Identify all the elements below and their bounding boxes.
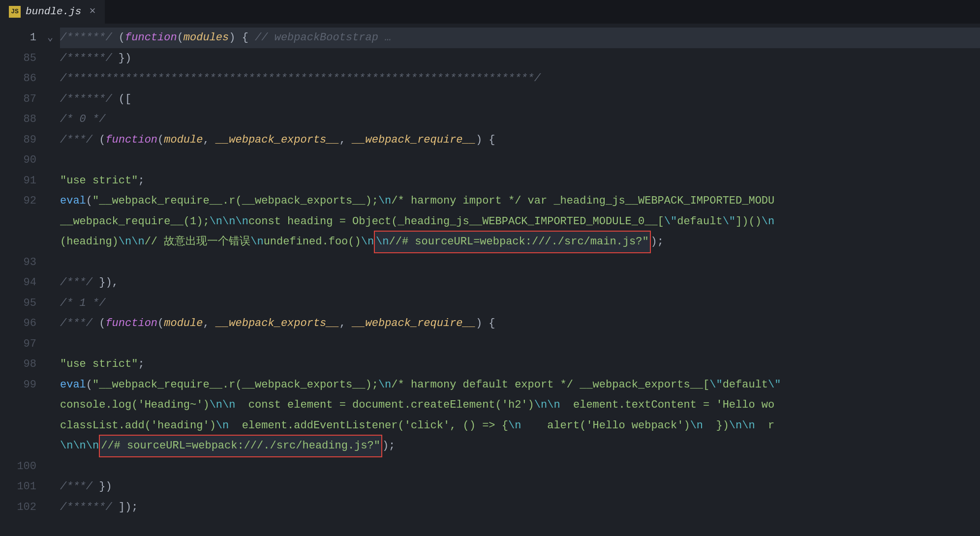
code-token: /***/ [60, 276, 92, 289]
line-number: 85 [0, 48, 47, 69]
code-area[interactable]: 1858687888990919293949596979899100101102… [0, 24, 980, 536]
code-token: module [164, 317, 203, 329]
code-line[interactable]: /******/ ([ [60, 89, 980, 110]
code-token: __webpack_require__ [352, 317, 476, 329]
fold-cell [47, 375, 60, 395]
code-token: default [677, 215, 722, 228]
code-line[interactable]: /******/ (function(modules) { // webpack… [60, 28, 980, 48]
line-number: 102 [0, 497, 47, 518]
fold-cell [47, 109, 60, 130]
code-token: ( [92, 134, 105, 146]
code-token: ( [157, 317, 164, 329]
code-token: element.textContent = 'Hello wo [560, 399, 775, 411]
code-token: "__webpack_require__.r(__webpack_exports… [92, 379, 378, 391]
line-number: 95 [0, 293, 47, 314]
code-token: ); [651, 236, 664, 248]
code-line[interactable]: /******/ ]); [60, 497, 980, 518]
code-line[interactable]: classList.add('heading')\n element.addEv… [60, 416, 980, 436]
code-line[interactable]: "use strict"; [60, 354, 980, 375]
fold-cell [47, 68, 60, 89]
code-token: "__webpack_require__.r(__webpack_exports… [92, 195, 378, 207]
code-token: \n [376, 236, 389, 248]
code-line[interactable]: eval("__webpack_require__.r(__webpack_ex… [60, 191, 980, 211]
code-token: ( [157, 134, 164, 146]
code-line[interactable]: (heading)\n\n// 故意出现一个错误\nundefined.foo(… [60, 232, 980, 252]
line-number: 91 [0, 171, 47, 191]
code-token: /* 1 */ [60, 297, 105, 309]
code-line[interactable]: /***/ }), [60, 272, 980, 293]
code-token: /* harmony import */ var _heading_js__WE… [391, 195, 774, 207]
code-token: , [339, 134, 352, 146]
code-line[interactable]: \n\n\n//# sourceURL=webpack:///./src/hea… [60, 436, 980, 456]
code-token: , [203, 134, 215, 146]
code-line[interactable]: /***/ (function(module, __webpack_export… [60, 313, 980, 334]
code-token: __webpack_exports__ [216, 134, 339, 146]
code-token: ) { [476, 134, 495, 146]
fold-cell [47, 436, 60, 456]
fold-cell [47, 416, 60, 436]
code-token: ); [382, 440, 395, 452]
code-token: ) { [476, 317, 495, 329]
code-line[interactable]: /* 0 */ [60, 109, 980, 130]
code-line[interactable] [60, 334, 980, 355]
code-content[interactable]: /******/ (function(modules) { // webpack… [60, 24, 980, 536]
line-number: 1 [0, 28, 47, 48]
code-token: /******/ [60, 52, 112, 64]
code-token: default [723, 379, 768, 391]
code-line[interactable]: /******/ }) [60, 48, 980, 69]
code-token: \n [378, 379, 391, 391]
code-token: \" [709, 379, 722, 391]
js-file-icon: JS [9, 6, 21, 18]
code-token: //# sourceURL=webpack:///./src/main.js?" [389, 236, 649, 248]
line-number: 96 [0, 313, 47, 334]
code-token: __webpack_exports__ [216, 317, 339, 329]
fold-cell [47, 293, 60, 314]
code-line[interactable] [60, 252, 980, 273]
code-token: \n\n [729, 419, 755, 432]
code-token: ( [92, 317, 105, 329]
tab-bundle-js[interactable]: JS bundle.js × [0, 0, 105, 24]
code-line[interactable]: console.log('Heading~')\n\n const elemen… [60, 395, 980, 416]
code-token: \n [86, 440, 99, 452]
code-token: … [378, 31, 391, 44]
code-token: eval [60, 195, 86, 207]
code-token: \n [216, 419, 229, 432]
code-token: ( [86, 379, 92, 391]
code-line[interactable]: /***/ }) [60, 476, 980, 497]
code-token: // 故意出现一个错误 [145, 236, 251, 248]
code-token: ; [138, 358, 144, 370]
code-line[interactable]: /***************************************… [60, 68, 980, 89]
fold-cell [47, 232, 60, 252]
code-token: /***/ [60, 317, 92, 329]
code-line[interactable] [60, 150, 980, 171]
code-token: }) [703, 419, 729, 432]
code-line[interactable]: eval("__webpack_require__.r(__webpack_ex… [60, 375, 980, 395]
code-line[interactable]: "use strict"; [60, 171, 980, 191]
fold-cell [47, 476, 60, 497]
code-token: undefined.foo() [264, 236, 361, 248]
code-token: \n\n [119, 236, 145, 248]
line-number: 94 [0, 272, 47, 293]
code-line[interactable]: /***/ (function(module, __webpack_export… [60, 130, 980, 150]
code-token: /******/ [60, 93, 112, 105]
tab-filename: bundle.js [26, 6, 81, 17]
line-number: 93 [0, 252, 47, 273]
code-token: , [203, 317, 215, 329]
line-number: 98 [0, 354, 47, 375]
code-token: //# sourceURL=webpack:///./src/heading.j… [101, 440, 380, 452]
code-line[interactable] [60, 456, 980, 477]
code-token: classList.add('heading') [60, 419, 216, 432]
code-token: ( [177, 31, 184, 44]
code-token: \n [361, 236, 374, 248]
fold-cell [47, 150, 60, 171]
code-token: \n [508, 419, 521, 432]
code-token: __webpack_require__(1); [60, 215, 210, 228]
code-line[interactable]: /* 1 */ [60, 293, 980, 314]
code-line[interactable]: __webpack_require__(1);\n\n\nconst headi… [60, 211, 980, 232]
code-token: ]); [112, 501, 138, 513]
chevron-down-icon[interactable]: ⌄ [47, 28, 60, 48]
close-icon[interactable]: × [89, 5, 95, 18]
code-token: element.addEventListener('click', () => … [229, 419, 508, 432]
code-token: , [339, 317, 352, 329]
code-token: const heading = Object(_heading_js__WEBP… [248, 215, 664, 228]
